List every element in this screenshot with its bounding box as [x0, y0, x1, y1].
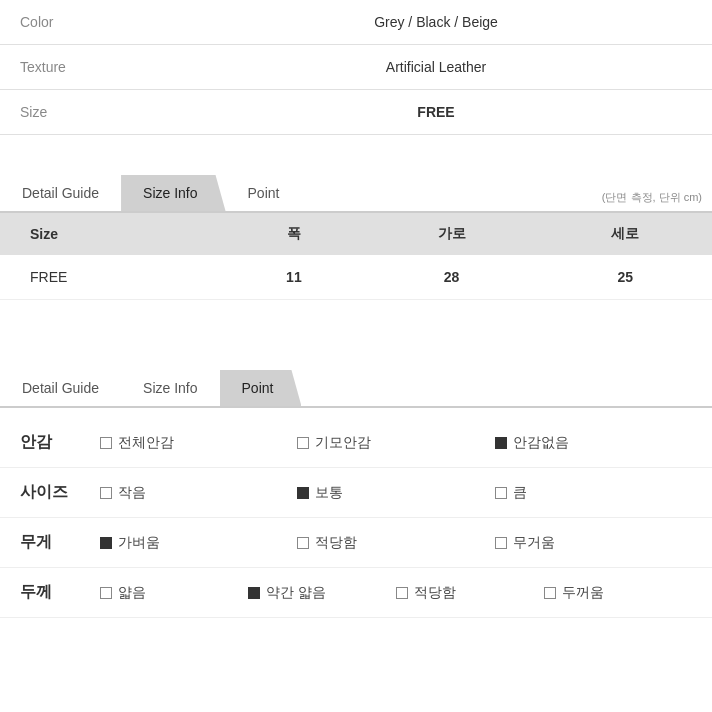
point-option: 두꺼움 [544, 584, 692, 602]
product-info-table: Color Grey / Black / Beige Texture Artif… [0, 0, 712, 135]
tab-size-info[interactable]: Size Info [121, 175, 225, 211]
point-options-thickness: 얇음 약간 얇음 적당함 두꺼움 [100, 584, 692, 602]
point-option: 적당함 [297, 534, 494, 552]
checkbox-filled-icon [297, 487, 309, 499]
point-section: 안감 전체안감 기모안감 안감없음 사이즈 [0, 408, 712, 628]
point-option: 작음 [100, 484, 297, 502]
point-option: 안감없음 [495, 434, 692, 452]
size-label: Size [0, 90, 160, 135]
point-row-thickness: 두께 얇음 약간 얇음 적당함 두꺼움 [0, 568, 712, 618]
point-option: 가벼움 [100, 534, 297, 552]
checkbox-icon [100, 587, 112, 599]
point-options-lining: 전체안감 기모안감 안감없음 [100, 434, 692, 452]
point-option: 무거움 [495, 534, 692, 552]
color-label: Color [0, 0, 160, 45]
checkbox-filled-icon [248, 587, 260, 599]
point-options-size: 작음 보통 큼 [100, 484, 692, 502]
point-option: 약간 얇음 [248, 584, 396, 602]
texture-value: Artificial Leather [160, 45, 712, 90]
tab-size-info2[interactable]: Size Info [121, 370, 219, 406]
option-label: 전체안감 [118, 434, 174, 452]
tab-detail-guide[interactable]: Detail Guide [0, 175, 121, 211]
row-size: FREE [0, 255, 223, 300]
tab-point2[interactable]: Point [220, 370, 302, 406]
row-horizontal: 28 [365, 255, 539, 300]
option-label: 큼 [513, 484, 527, 502]
table-row: FREE 11 28 25 [0, 255, 712, 300]
color-value: Grey / Black / Beige [160, 0, 712, 45]
tab-point[interactable]: Point [226, 175, 302, 211]
point-option: 얇음 [100, 584, 248, 602]
color-row: Color Grey / Black / Beige [0, 0, 712, 45]
section2-tabs-container: Detail Guide Size Info Point 안감 전체안감 기모안… [0, 370, 712, 628]
section1-tab-bar: Detail Guide Size Info Point (단면 측정, 단위 … [0, 175, 712, 213]
col-width: 폭 [223, 213, 365, 255]
section1-tabs-container: Detail Guide Size Info Point (단면 측정, 단위 … [0, 175, 712, 300]
option-label: 보통 [315, 484, 343, 502]
size-value: FREE [160, 90, 712, 135]
option-label: 적당함 [414, 584, 456, 602]
col-vertical: 세로 [538, 213, 712, 255]
section2-tab-bar: Detail Guide Size Info Point [0, 370, 712, 408]
checkbox-filled-icon [100, 537, 112, 549]
checkbox-icon [396, 587, 408, 599]
option-label: 가벼움 [118, 534, 160, 552]
point-row-size: 사이즈 작음 보통 큼 [0, 468, 712, 518]
point-option: 적당함 [396, 584, 544, 602]
checkbox-icon [100, 487, 112, 499]
texture-label: Texture [0, 45, 160, 90]
table-note: (단면 측정, 단위 cm) [602, 190, 702, 205]
point-label-lining: 안감 [20, 432, 100, 453]
point-label-size: 사이즈 [20, 482, 100, 503]
checkbox-filled-icon [495, 437, 507, 449]
point-label-thickness: 두께 [20, 582, 100, 603]
checkbox-icon [297, 537, 309, 549]
point-row-weight: 무게 가벼움 적당함 무거움 [0, 518, 712, 568]
point-option: 기모안감 [297, 434, 494, 452]
checkbox-icon [495, 487, 507, 499]
option-label: 무거움 [513, 534, 555, 552]
option-label: 얇음 [118, 584, 146, 602]
point-label-weight: 무게 [20, 532, 100, 553]
option-label: 두꺼움 [562, 584, 604, 602]
row-vertical: 25 [538, 255, 712, 300]
option-label: 기모안감 [315, 434, 371, 452]
size-table-header-row: Size 폭 가로 세로 [0, 213, 712, 255]
col-horizontal: 가로 [365, 213, 539, 255]
checkbox-icon [495, 537, 507, 549]
option-label: 적당함 [315, 534, 357, 552]
option-label: 약간 얇음 [266, 584, 326, 602]
texture-row: Texture Artificial Leather [0, 45, 712, 90]
size-row: Size FREE [0, 90, 712, 135]
tab-detail-guide2[interactable]: Detail Guide [0, 370, 121, 406]
point-options-weight: 가벼움 적당함 무거움 [100, 534, 692, 552]
option-label: 작음 [118, 484, 146, 502]
point-row-lining: 안감 전체안감 기모안감 안감없음 [0, 418, 712, 468]
point-option: 보통 [297, 484, 494, 502]
row-width: 11 [223, 255, 365, 300]
size-table: Size 폭 가로 세로 FREE 11 28 25 [0, 213, 712, 300]
col-size: Size [0, 213, 223, 255]
option-label: 안감없음 [513, 434, 569, 452]
point-option: 큼 [495, 484, 692, 502]
checkbox-icon [297, 437, 309, 449]
checkbox-icon [100, 437, 112, 449]
checkbox-icon [544, 587, 556, 599]
point-option: 전체안감 [100, 434, 297, 452]
